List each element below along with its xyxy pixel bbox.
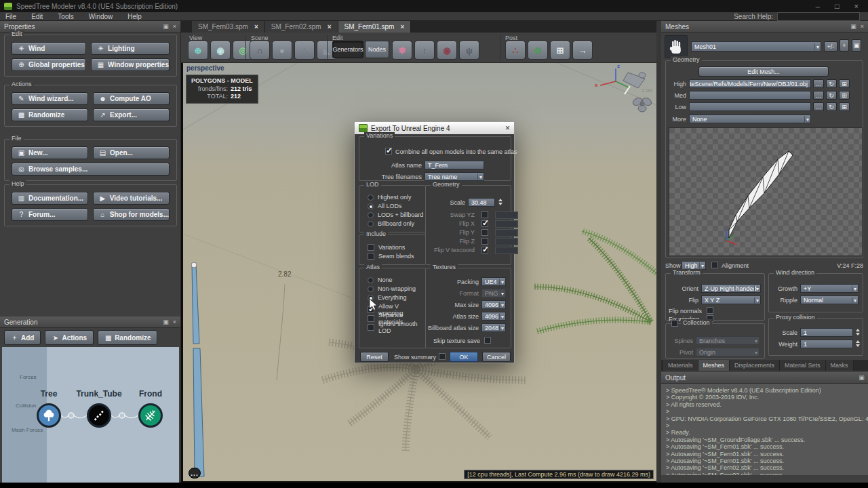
maximize-button[interactable]: □: [835, 2, 840, 10]
texture-dropdown[interactable]: 4096: [481, 300, 506, 309]
camera-mode-label[interactable]: perspective: [186, 64, 224, 72]
shop-for-models-button[interactable]: ⌂Shop for models...: [93, 208, 170, 221]
orient-dropdown[interactable]: Z-Up Right-handed: [701, 284, 761, 293]
menu-item[interactable]: Window: [89, 13, 113, 20]
combine-atlas-checkbox[interactable]: [385, 148, 392, 155]
copy-icon[interactable]: ⊞: [839, 102, 850, 111]
mesh-add-button[interactable]: +: [840, 39, 849, 52]
reset-button[interactable]: Reset: [360, 352, 389, 362]
actions-button[interactable]: ➤Actions: [45, 330, 94, 345]
mesh-path-field[interactable]: [689, 102, 811, 111]
copy-icon[interactable]: ⊞: [839, 91, 850, 100]
geometry-flag-row[interactable]: Flip Z: [426, 238, 518, 245]
document-tab[interactable]: SM_Fern03.spm×: [192, 21, 265, 33]
particles-icon[interactable]: ∴: [294, 41, 315, 60]
wind-wizard-button[interactable]: ✎Wind wizard...: [12, 92, 88, 105]
mesh-path-field[interactable]: [689, 91, 811, 100]
proxy-scale-field[interactable]: 1: [800, 328, 853, 337]
copy-icon[interactable]: ⊞: [839, 79, 850, 88]
dialog-close-icon[interactable]: ×: [505, 123, 510, 133]
randomize-button[interactable]: ▩Randomize: [12, 108, 88, 121]
weight-spinner[interactable]: [854, 340, 861, 347]
nodes-mode-button[interactable]: Nodes: [365, 41, 389, 58]
float-panel-icon[interactable]: ▣: [163, 23, 169, 30]
menu-item[interactable]: Edit: [31, 13, 43, 20]
tab-close-icon[interactable]: ×: [254, 23, 258, 30]
geometry-flag-row[interactable]: Flip Y: [426, 229, 518, 236]
frond-node[interactable]: [138, 403, 163, 428]
next-icon[interactable]: →: [572, 41, 593, 60]
flip-dropdown[interactable]: X Y Z: [701, 296, 761, 304]
atlas-radio-option[interactable]: Non-wrapping: [368, 285, 416, 292]
menu-item[interactable]: Help: [127, 13, 142, 20]
search-help-input[interactable]: [777, 12, 860, 21]
panel-tab[interactable]: Material Sets: [780, 360, 826, 371]
randomize-graph-button[interactable]: ▩Randomize: [98, 330, 157, 345]
alignment-checkbox[interactable]: [711, 262, 718, 268]
viewport-more-button[interactable]: ...: [189, 468, 201, 479]
show-summary-checkbox[interactable]: [439, 353, 446, 360]
mesh-path-field[interactable]: emy/Cours/06.CompleteScene/Refs/Models/F…: [689, 79, 811, 88]
lod-radio-option[interactable]: All LODs: [368, 203, 423, 209]
texture-dropdown[interactable]: 2048: [481, 323, 506, 332]
geometry-flag-row[interactable]: Flip X: [426, 220, 518, 227]
eye-icon[interactable]: ◉: [210, 41, 231, 60]
compute-ao-button[interactable]: ☻Compute AO: [93, 92, 170, 105]
float-panel-icon[interactable]: ▣: [859, 374, 865, 381]
texture-dropdown[interactable]: UE4: [481, 277, 506, 286]
cancel-button[interactable]: Cancel: [482, 352, 511, 362]
more-dropdown[interactable]: None: [689, 115, 811, 123]
atlas-name-input[interactable]: T_Fern: [425, 161, 484, 169]
lighting-button[interactable]: ☀Lighting: [91, 42, 170, 55]
lod-radio-option[interactable]: Highest only: [368, 194, 423, 201]
skip-texture-save-checkbox[interactable]: [484, 337, 491, 344]
menu-item[interactable]: Tools: [58, 13, 73, 20]
panel-tab[interactable]: Displacements: [730, 360, 780, 371]
wind-button[interactable]: ✳Wind: [12, 42, 86, 55]
mesh-plusminus-button[interactable]: +/-: [824, 41, 837, 52]
ok-button[interactable]: OK: [450, 352, 478, 362]
mesh-preview[interactable]: [669, 127, 863, 256]
close-panel-icon[interactable]: ×: [173, 23, 176, 30]
video-tutorials-button[interactable]: ▶Video tutorials...: [93, 192, 170, 205]
browse-button[interactable]: ...: [813, 79, 824, 88]
include-checkbox-option[interactable]: Variations: [368, 244, 414, 251]
lod-radio-option[interactable]: Billboard only: [368, 220, 423, 227]
close-panel-icon[interactable]: ×: [861, 23, 864, 30]
collection-checkbox[interactable]: [671, 320, 678, 327]
flower-icon[interactable]: ✽: [392, 41, 412, 60]
flip-normals-checkbox[interactable]: [707, 307, 713, 314]
panel-tab[interactable]: Materials: [663, 360, 698, 371]
mesh-select-dropdown[interactable]: Mesh01: [691, 41, 821, 52]
menu-item[interactable]: File: [5, 13, 16, 20]
float-panel-icon[interactable]: ▣: [163, 319, 169, 325]
branch-add-icon[interactable]: ↑: [414, 41, 435, 60]
reload-icon[interactable]: ↻: [826, 91, 837, 100]
lod-radio-option[interactable]: LODs + billboard: [368, 211, 423, 218]
reload-icon[interactable]: ↻: [826, 102, 837, 111]
proxy-weight-field[interactable]: 1: [800, 340, 853, 348]
hand-tool-button[interactable]: [665, 35, 688, 58]
browse-samples-button[interactable]: ◎Browse samples...: [12, 163, 170, 176]
browse-button[interactable]: ...: [813, 91, 824, 100]
bones-icon[interactable]: ψ: [459, 41, 479, 60]
document-tab[interactable]: SM_Fern01.spm×: [338, 21, 412, 33]
eye-red-icon[interactable]: ◉: [437, 41, 457, 60]
scale-spinner[interactable]: [497, 199, 503, 205]
scale-input[interactable]: 30.48: [468, 198, 495, 207]
documentation-button[interactable]: ▥Documentation...: [12, 192, 88, 205]
export-button[interactable]: ↗Export...: [93, 108, 170, 121]
close-panel-icon[interactable]: ×: [173, 319, 176, 325]
geometry-flag-row[interactable]: Swap YZ: [426, 211, 518, 218]
include-checkbox-option[interactable]: Seam blends: [368, 253, 414, 260]
browse-button[interactable]: ...: [813, 102, 824, 111]
spines-dropdown[interactable]: Branches: [696, 336, 760, 345]
tree-filenames-dropdown[interactable]: Tree name: [425, 172, 484, 181]
atlas-checkbox-option[interactable]: Ignore smooth LOD: [368, 324, 425, 331]
generators-mode-button[interactable]: Generators: [332, 41, 363, 58]
output-log[interactable]: > SpeedTree® Modeler v8.4.0 (UE4 Subscri…: [661, 383, 868, 475]
ripple-dropdown[interactable]: Normal: [800, 296, 859, 304]
atlas-radio-option[interactable]: None: [368, 277, 416, 283]
magnet-icon[interactable]: ∩: [250, 41, 270, 60]
panel-tab[interactable]: Masks: [826, 360, 854, 371]
